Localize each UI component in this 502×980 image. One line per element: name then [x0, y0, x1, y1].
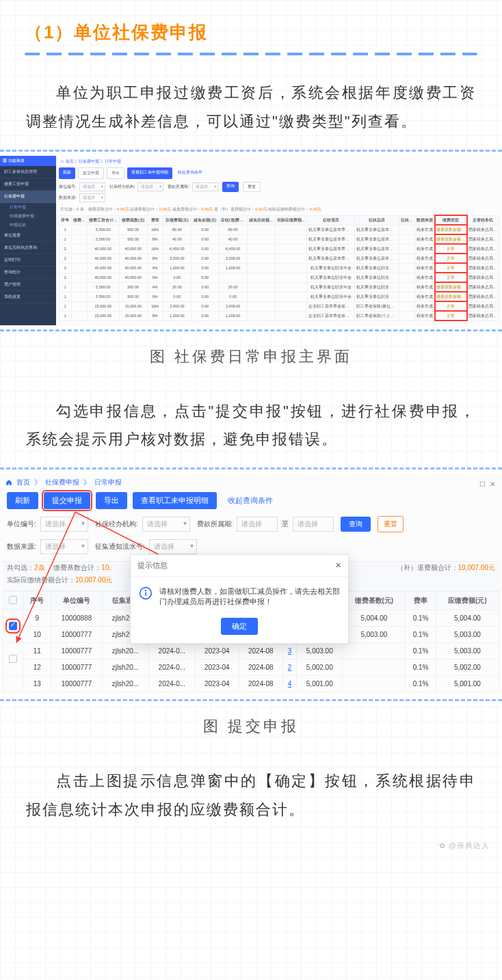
col-header: 应收(退)费额(元)	[219, 215, 247, 225]
count-link[interactable]: 3	[288, 647, 292, 655]
sidebar-item[interactable]: 系统设置	[0, 291, 56, 303]
table-row[interactable]: 1310000777zjlsh20...2024-0...2023-042024…	[3, 676, 499, 692]
export-button[interactable]: 导出	[96, 492, 127, 509]
col-header: 应缴费额(元)	[436, 592, 499, 610]
collapse-link[interactable]: 收起查询条件	[175, 167, 205, 179]
paragraph-3: 点击上图提示信息弹窗中的【确定】按钮，系统根据待申报信息统计本次申报的应缴费额合…	[0, 744, 502, 838]
screenshot-2: 首页》 社保费申报》 日常申报 ☐ ✕ 刷新 提交申报 导出 查看职工未申报明细…	[0, 474, 502, 695]
paragraph-1: 单位为职工申报过缴费工资后，系统会根据年度缴费工资调整情况生成补差信息，可以通过…	[0, 55, 502, 150]
table-row[interactable]: 115,000.0015,000.008%1,200.000.001,200.0…	[60, 311, 499, 321]
main-panel: ☆ 首页 》社保费申报 》日常申报 刷新 提交申报 导出 查看职工未申报明细 收…	[56, 156, 502, 325]
filter-label: 费款所属期:	[197, 519, 233, 529]
sidebar-item[interactable]: 查询统计	[0, 267, 56, 279]
modal-body: 请核对缴费人数，如需做职工减员操作，请先去相关部门办理减员后再进行社保费申报！	[159, 586, 340, 607]
view-detail-button[interactable]: 查看职工未申报明细	[127, 167, 172, 179]
maximize-icon[interactable]: ☐	[479, 480, 486, 488]
sidebar-item[interactable]: 缴费工资申报	[0, 178, 56, 191]
export-button[interactable]: 导出	[107, 167, 124, 179]
col-header: 应缴费额(元)	[163, 215, 191, 225]
confirm-modal: 提示信息 ✕ 请核对缴费人数，如需做职工减员操作，请先去相关部门办理减员后再进行…	[130, 554, 349, 644]
crumb[interactable]: 首页	[16, 478, 30, 487]
sidebar-sub[interactable]: 申报记录	[0, 221, 56, 230]
to-label: 至	[282, 519, 289, 529]
period-select[interactable]: 请选择	[192, 182, 218, 191]
close-icon[interactable]: ✕	[335, 561, 341, 570]
sidebar-item[interactable]: 单位完税信息查询	[0, 242, 56, 254]
filter-row-1: 单位编号:请选择 社保经办机构:请选择 费款所属期: 请选择 至 请选择 查询 …	[3, 516, 499, 539]
sidebar-header: ☰ 功能菜单	[0, 156, 56, 166]
table-row[interactable]: 15,500.00500.0016%80.000.0080.00机关事业单位基本…	[60, 225, 499, 234]
close-icon[interactable]: ✕	[490, 480, 495, 488]
filter-label: 单位编号:	[7, 519, 36, 529]
table-row[interactable]: 240,000.0040,000.004%1,600.000.001,600.0…	[60, 263, 499, 273]
col-header: 数据来源	[415, 215, 435, 225]
table-row[interactable]: 115,000.0015,000.0016%2,400.000.002,400.…	[60, 301, 499, 311]
ok-button[interactable]: 确定	[221, 618, 258, 635]
org-select[interactable]: 请选择	[137, 182, 163, 191]
table-row[interactable]: 1210000777zjlsh20...2024-0...2023-042024…	[3, 659, 499, 676]
col-header: 费率	[147, 215, 163, 225]
table-row[interactable]: 240,000.0040,000.008%3,200.000.003,200.0…	[60, 254, 499, 263]
reset-button[interactable]: 重置	[378, 516, 404, 532]
sidebar-item[interactable]: 证明打印	[0, 254, 56, 267]
submit-button[interactable]: 提交申报	[44, 492, 90, 509]
filter-label: 征集通知流水号:	[95, 542, 145, 552]
count-link[interactable]: 4	[288, 680, 292, 688]
filter-label: 社保经办机构:	[109, 184, 135, 190]
source-select[interactable]: 请选择	[79, 193, 105, 202]
sidebar-sub[interactable]: 特殊缴费申报	[0, 212, 56, 221]
modal-title: 提示信息	[137, 560, 168, 571]
query-button[interactable]: 查询	[341, 517, 371, 532]
submit-button[interactable]: 提交申报	[78, 167, 104, 179]
col-header: 征收子目	[399, 215, 414, 225]
count-link[interactable]: 2	[288, 664, 292, 671]
table-row[interactable]: 15,500.00500.008%40.000.0040.00机关事业单位基本养…	[60, 234, 499, 244]
reset-button[interactable]: 重置	[243, 182, 261, 192]
filter-label: 费款所属期:	[168, 184, 189, 190]
serial-select[interactable]: 请选择	[149, 539, 197, 554]
view-detail-button[interactable]: 查看职工未申报明细	[133, 492, 217, 509]
table-row[interactable]: 15,500.00500.004%20.000.0020.00机关事业单位职业年…	[60, 282, 499, 292]
col-header: 缴费类型	[435, 215, 467, 225]
sidebar-sub-active[interactable]: 日常申报	[0, 203, 56, 212]
checkbox[interactable]	[9, 596, 17, 604]
sidebar-item-active[interactable]: 社保费申报	[0, 191, 56, 203]
crumb[interactable]: 社保费申报	[45, 478, 79, 487]
col-header: 缴费工资合计(元)	[87, 215, 119, 225]
screenshot-1: ☰ 功能菜单 职工参保信息管理 缴费工资申报 社保费申报 日常申报 特殊缴费申报…	[0, 156, 502, 325]
unit-select[interactable]: 请选择	[40, 517, 88, 532]
date-to[interactable]: 请选择	[293, 517, 334, 532]
col-header: 征收品目	[355, 215, 399, 225]
source-select[interactable]: 请选择	[40, 539, 88, 554]
table-row[interactable]: 15,500.00500.000%0.000.000.00机关事业单位职业年金机…	[60, 292, 499, 301]
org-select[interactable]: 请选择	[142, 517, 190, 532]
refresh-button[interactable]: 刷新	[59, 167, 75, 179]
sidebar-item[interactable]: 单位退费	[0, 230, 56, 242]
col-header: 缴费人数	[71, 215, 87, 225]
filter-bar: 单位编号:请选择 社保经办机构:请选择 费款所属期:请选择 查询 重置	[59, 182, 499, 192]
table-row[interactable]: 240,000.0040,000.000%0.000.00机关事业单位职业年金机…	[60, 273, 499, 282]
data-table: 序号缴费人数缴费工资合计(元)缴费基数(元)费率应缴费额(元)减免金额(元)应收…	[59, 215, 499, 321]
col-header: 减免金额(元)	[191, 215, 219, 225]
sidebar-item[interactable]: 用户管理	[0, 279, 56, 291]
breadcrumb: ☆ 首页 》社保费申报 》日常申报	[59, 156, 499, 167]
summary-line: 共勾选：0 条 缴费基数合计：0.00元 应缴费额合计：0.00元 减免费额合计…	[59, 206, 499, 215]
checkbox[interactable]	[9, 655, 17, 663]
unit-select[interactable]: 请选择	[79, 182, 105, 191]
collapse-link[interactable]: 收起查询条件	[222, 492, 278, 509]
col-header: 缴费基数(元)	[343, 592, 406, 610]
section-heading: （1）单位社保费申报	[0, 0, 502, 49]
table-row[interactable]: 240,000.0040,000.0016%6,400.000.006,400.…	[60, 244, 499, 254]
table-row[interactable]: 1110000777zjlsh20...2024-0...2023-042024…	[3, 643, 499, 659]
screenshot-1-frame: ☰ 功能菜单 职工参保信息管理 缴费工资申报 社保费申报 日常申报 特殊缴费申报…	[0, 150, 502, 331]
query-button[interactable]: 查询	[222, 182, 239, 192]
filter-label: 社保经办机构:	[95, 519, 138, 529]
checkbox[interactable]	[9, 622, 17, 630]
col-header: 序号	[23, 592, 51, 610]
svg-point-3	[145, 590, 146, 591]
refresh-button[interactable]: 刷新	[7, 492, 38, 509]
sidebar-item[interactable]: 职工参保信息管理	[0, 166, 56, 178]
home-icon	[5, 479, 12, 486]
date-from[interactable]: 请选择	[237, 517, 278, 532]
toolbar: 刷新 提交申报 导出 查看职工未申报明细 收起查询条件	[3, 492, 499, 516]
